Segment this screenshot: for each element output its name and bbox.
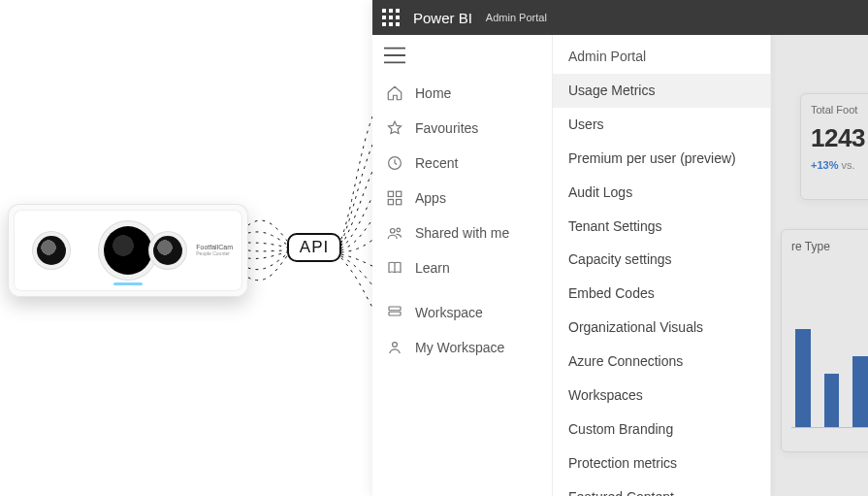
powerbi-panel: Power BI Admin Portal Total Foot 1243 +1… [372, 0, 868, 496]
person-icon [386, 339, 403, 356]
admin-item-organizational-visuals[interactable]: Organizational Visuals [553, 311, 770, 345]
svg-rect-8 [389, 312, 401, 315]
nav-home[interactable]: Home [372, 76, 552, 111]
nav-toggle-button[interactable] [372, 43, 552, 76]
admin-item-users[interactable]: Users [553, 108, 770, 142]
admin-submenu: Admin Portal Usage MetricsUsersPremium p… [553, 35, 771, 496]
bg-card-title: Total Foot [811, 104, 868, 116]
svg-rect-3 [388, 200, 393, 205]
admin-item-protection-metrics[interactable]: Protection metrics [553, 446, 770, 480]
bg-chart-title: re Type [791, 240, 868, 253]
admin-item-premium-per-user-preview[interactable]: Premium per user (preview) [553, 142, 770, 176]
admin-item-usage-metrics[interactable]: Usage Metrics [553, 74, 770, 108]
stack-icon [386, 304, 403, 321]
footfallcam-device: FootfallCam People Counter [8, 204, 248, 297]
nav-label: My Workspace [415, 340, 504, 355]
nav-label: Favourites [415, 120, 478, 136]
admin-item-workspaces[interactable]: Workspaces [553, 379, 770, 413]
nav-shared[interactable]: Shared with me [372, 215, 552, 250]
left-nav: Home Favourites Recent Apps Shared with … [372, 35, 553, 496]
nav-apps[interactable]: Apps [372, 181, 552, 215]
bg-card-delta: +13% [811, 159, 838, 171]
nav-label: Apps [415, 190, 446, 206]
app-launcher-icon[interactable] [382, 9, 400, 26]
svg-point-6 [397, 228, 401, 232]
chart-bar-C [852, 356, 868, 428]
nav-recent[interactable]: Recent [372, 146, 552, 181]
device-brand-sub: People Counter [196, 251, 233, 257]
app-name: Power BI [413, 10, 472, 26]
admin-item-capacity-settings[interactable]: Capacity settings [553, 243, 770, 277]
admin-item-audit-logs[interactable]: Audit Logs [553, 176, 770, 210]
device-brand: FootfallCam People Counter [196, 244, 233, 256]
book-icon [386, 259, 403, 277]
bg-card-value: 1243 [811, 123, 868, 153]
grid-icon [386, 189, 403, 207]
svg-point-5 [391, 229, 396, 234]
device-lens-left [37, 236, 66, 265]
nav-favourites[interactable]: Favourites [372, 111, 552, 146]
top-bar: Power BI Admin Portal [372, 0, 868, 35]
nav-label: Recent [415, 155, 458, 171]
nav-learn[interactable]: Learn [372, 250, 552, 285]
admin-item-azure-connections[interactable]: Azure Connections [553, 345, 770, 379]
svg-rect-1 [388, 191, 393, 196]
bg-card-suffix: vs. [842, 159, 855, 171]
nav-label: Learn [415, 260, 450, 276]
api-badge: API [287, 233, 341, 262]
clock-icon [386, 154, 403, 172]
device-lens-right [153, 236, 182, 265]
svg-rect-2 [397, 191, 402, 196]
svg-point-9 [393, 343, 398, 347]
star-icon [386, 119, 403, 137]
breadcrumb: Admin Portal [486, 12, 547, 23]
admin-item-custom-branding[interactable]: Custom Branding [553, 413, 770, 446]
chart-bar-A [795, 329, 811, 428]
svg-rect-4 [397, 200, 402, 205]
device-brand-name: FootfallCam [196, 244, 233, 250]
nav-workspace[interactable]: Workspace [372, 295, 552, 330]
admin-item-tenant-settings[interactable]: Tenant Settings [553, 210, 770, 244]
bg-metric-card: Total Foot 1243 +13% vs. [800, 93, 868, 200]
api-label: API [300, 238, 329, 257]
people-icon [386, 224, 403, 242]
chart-bar-B [824, 374, 840, 428]
bg-chart: re Type [781, 229, 868, 452]
nav-label: Home [415, 85, 451, 101]
device-lens-center [104, 226, 152, 275]
nav-label: Shared with me [415, 225, 509, 241]
svg-rect-7 [389, 307, 401, 311]
home-icon [386, 84, 403, 102]
admin-item-embed-codes[interactable]: Embed Codes [553, 277, 770, 311]
admin-header: Admin Portal [553, 35, 770, 74]
nav-my-workspace[interactable]: My Workspace [372, 330, 552, 365]
admin-item-featured-content[interactable]: Featured Content [553, 480, 770, 496]
nav-label: Workspace [415, 305, 483, 320]
